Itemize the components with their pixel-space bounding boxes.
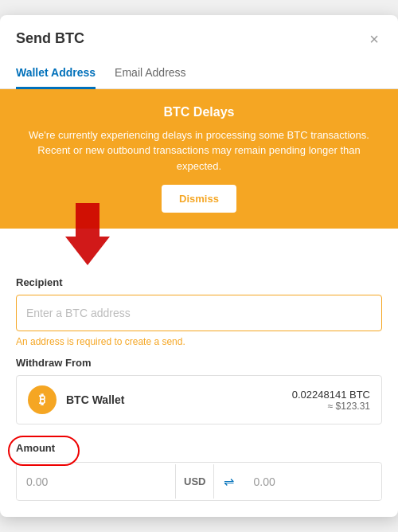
- wallet-balance: 0.02248141 BTC ≈ $123.31: [292, 389, 370, 412]
- btc-icon: ₿: [28, 385, 57, 414]
- close-button[interactable]: ×: [366, 28, 382, 50]
- modal-title: Send BTC: [16, 30, 84, 47]
- recipient-input[interactable]: [16, 295, 382, 331]
- amount-label-wrapper: Amount: [16, 442, 55, 454]
- amount-btc-input[interactable]: [244, 464, 382, 499]
- modal-header: Send BTC ×: [0, 15, 398, 50]
- modal-body: Recipient An address is required to crea…: [0, 260, 398, 517]
- send-btc-modal: Send BTC × Wallet Address Email Address …: [0, 15, 398, 518]
- alert-banner: BTC Delays We're currently experiencing …: [0, 89, 398, 229]
- wallet-balance-btc: 0.02248141 BTC: [292, 389, 370, 401]
- amount-section: Amount USD ⇌ BTC: [16, 440, 382, 501]
- amount-usd-input[interactable]: [17, 464, 175, 499]
- amount-usd-currency: USD: [175, 464, 214, 499]
- svg-marker-1: [65, 203, 110, 265]
- wallet-balance-usd: ≈ $123.31: [292, 401, 370, 412]
- dismiss-button[interactable]: Dismiss: [162, 185, 236, 213]
- tab-wallet-address[interactable]: Wallet Address: [16, 58, 96, 89]
- amount-label: Amount: [16, 442, 55, 454]
- arrow-indicator: [64, 203, 111, 267]
- amount-inputs-container: USD ⇌ BTC: [16, 462, 382, 501]
- alert-message: We're currently experiencing delays in p…: [19, 127, 379, 174]
- withdraw-from-label: Withdraw From: [16, 357, 382, 369]
- recipient-label: Recipient: [16, 276, 382, 288]
- tab-email-address[interactable]: Email Address: [115, 58, 185, 89]
- alert-title: BTC Delays: [19, 105, 379, 119]
- wallet-row[interactable]: ₿ BTC Wallet 0.02248141 BTC ≈ $123.31: [16, 375, 382, 424]
- wallet-name: BTC Wallet: [66, 393, 292, 406]
- tabs-container: Wallet Address Email Address: [0, 58, 398, 89]
- swap-icon[interactable]: ⇌: [214, 463, 244, 500]
- recipient-error: An address is required to create a send.: [16, 336, 382, 347]
